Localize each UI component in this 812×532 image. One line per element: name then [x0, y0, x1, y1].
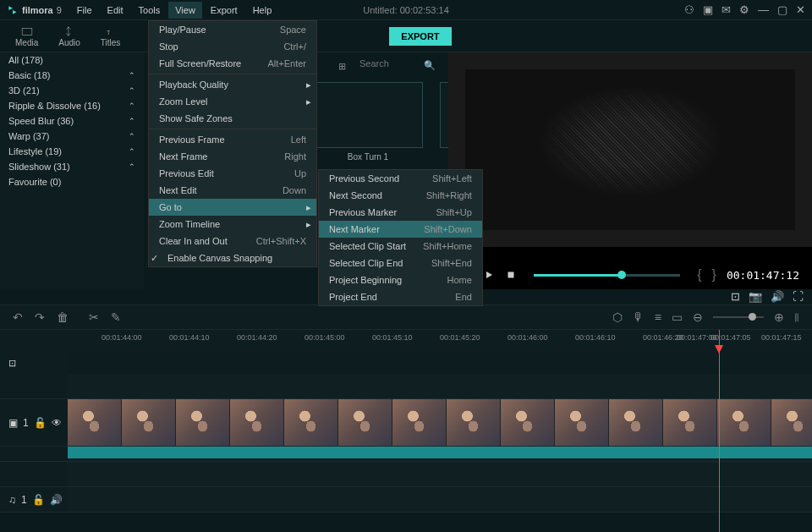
- list-icon[interactable]: ⦀: [794, 310, 799, 325]
- submenu-arrow-icon: ▸: [306, 202, 311, 213]
- main-toolbar: Media Audio TTitles EXPORT: [0, 20, 812, 52]
- sidebar-item-favourite[interactable]: Favourite (0): [0, 174, 144, 189]
- preview-viewport[interactable]: [448, 52, 812, 247]
- sidebar-item-ripple[interactable]: Ripple & Dissolve (16)⌃: [0, 98, 144, 113]
- export-button[interactable]: EXPORT: [389, 27, 451, 46]
- volume-icon[interactable]: 🔊: [771, 290, 784, 303]
- delete-icon[interactable]: 🗑: [57, 310, 69, 324]
- chevron-icon: ⌃: [129, 71, 135, 80]
- save-icon[interactable]: ▣: [703, 3, 713, 16]
- menu-clip-start[interactable]: Selected Clip StartShift+Home: [319, 238, 482, 255]
- menu-prev-edit[interactable]: Previous EditUp: [149, 165, 316, 182]
- mail-icon[interactable]: ✉: [721, 3, 731, 16]
- bracket-open-icon[interactable]: {: [697, 267, 701, 282]
- menu-go-to[interactable]: Go to▸: [149, 199, 316, 216]
- menu-project-begin[interactable]: Project BeginningHome: [319, 271, 482, 288]
- track-spacer: [0, 374, 812, 399]
- mute-icon[interactable]: 🔊: [50, 494, 63, 506]
- fullscreen-icon[interactable]: ⛶: [793, 290, 804, 303]
- search-input[interactable]: [359, 58, 419, 69]
- menu-next-frame[interactable]: Next FrameRight: [149, 148, 316, 165]
- user-icon[interactable]: ⚇: [684, 3, 694, 16]
- menu-prev-marker[interactable]: Previous MarkerShift+Up: [319, 204, 482, 221]
- preview-panel: { } 00:01:47:12 ⊡ 📷 🔊 ⛶: [448, 52, 812, 289]
- undo-icon[interactable]: ↶: [13, 310, 23, 324]
- close-icon[interactable]: ✕: [796, 3, 805, 16]
- chevron-icon: ⌃: [129, 117, 135, 125]
- timeline-ruler[interactable]: 00:01:44:00 00:01:44:10 00:01:44:20 00:0…: [0, 330, 812, 352]
- app-logo: filmora9: [7, 4, 62, 16]
- sidebar-item-3d[interactable]: 3D (21)⌃: [0, 83, 144, 98]
- bracket-close-icon[interactable]: }: [712, 267, 716, 282]
- sidebar-item-slideshow[interactable]: Slideshow (31)⌃: [0, 159, 144, 174]
- sidebar-item-basic[interactable]: Basic (18)⌃: [0, 68, 144, 83]
- minimize-icon[interactable]: —: [758, 3, 769, 16]
- effect-item[interactable]: Box Turn 1: [313, 82, 423, 162]
- search-icon[interactable]: 🔍: [424, 60, 436, 71]
- chevron-icon: ⌃: [129, 147, 135, 156]
- menu-tools[interactable]: Tools: [132, 2, 167, 19]
- menu-stop[interactable]: StopCtrl+/: [149, 38, 316, 55]
- audio-track: ♫1 🔓 🔊: [0, 487, 812, 513]
- menu-next-edit[interactable]: Next EditDown: [149, 182, 316, 199]
- menu-play-pause[interactable]: Play/PauseSpace: [149, 21, 316, 38]
- menu-playback-quality[interactable]: Playback Quality▸: [149, 76, 316, 93]
- video-track-body[interactable]: [68, 399, 812, 446]
- grid-view-icon[interactable]: ⊞: [338, 61, 350, 73]
- tab-media[interactable]: Media: [7, 24, 47, 49]
- tab-titles[interactable]: TTitles: [92, 24, 129, 49]
- play-icon[interactable]: [483, 269, 495, 281]
- menu-view[interactable]: View: [168, 2, 202, 19]
- lock-icon[interactable]: 🔓: [32, 494, 45, 506]
- audio-track-body[interactable]: [68, 487, 812, 512]
- marker-icon[interactable]: ⬡: [612, 310, 623, 324]
- settings-icon[interactable]: ⚙: [739, 3, 749, 16]
- view-menu-dropdown: Play/PauseSpace StopCtrl+/ Full Screen/R…: [148, 20, 317, 267]
- mixer-icon[interactable]: ≡: [655, 310, 661, 324]
- sidebar-item-warp[interactable]: Warp (37)⌃: [0, 129, 144, 144]
- redo-icon[interactable]: ↷: [35, 310, 45, 324]
- menu-prev-second[interactable]: Previous SecondShift+Left: [319, 170, 482, 187]
- maximize-icon[interactable]: ▢: [777, 3, 787, 16]
- render-icon[interactable]: ▭: [672, 310, 683, 324]
- snapshot-icon[interactable]: 📷: [749, 290, 762, 303]
- zoom-slider[interactable]: [713, 316, 764, 318]
- audio-clip[interactable]: [68, 447, 812, 458]
- chevron-icon: ⌃: [129, 101, 135, 110]
- menu-zoom-level[interactable]: Zoom Level▸: [149, 93, 316, 110]
- sidebar-item-all[interactable]: All (178): [0, 52, 144, 68]
- display-icon[interactable]: ⊡: [731, 290, 740, 303]
- menu-canvas-snapping[interactable]: ✓Enable Canvas Snapping: [149, 250, 316, 266]
- menu-next-second[interactable]: Next SecondShift+Right: [319, 187, 482, 204]
- menu-clip-end[interactable]: Selected Clip EndShift+End: [319, 255, 482, 271]
- lock-icon[interactable]: 🔓: [34, 417, 47, 429]
- mic-icon[interactable]: 🎙: [633, 310, 645, 324]
- menu-project-end[interactable]: Project EndEnd: [319, 288, 482, 305]
- sidebar-item-speedblur[interactable]: Speed Blur (36)⌃: [0, 113, 144, 129]
- sidebar-item-lifestyle[interactable]: Lifestyle (19)⌃: [0, 144, 144, 159]
- menu-edit[interactable]: Edit: [101, 2, 130, 19]
- edit-icon[interactable]: ✎: [111, 310, 121, 324]
- menu-export[interactable]: Export: [204, 2, 244, 19]
- visibility-icon[interactable]: 👁: [52, 417, 62, 429]
- category-sidebar: All (178) Basic (18)⌃ 3D (21)⌃ Ripple & …: [0, 52, 144, 289]
- audio-track-icon: ♫: [8, 494, 16, 506]
- menu-fullscreen[interactable]: Full Screen/RestoreAlt+Enter: [149, 55, 316, 72]
- menu-next-marker[interactable]: Next MarkerShift+Down: [319, 221, 482, 238]
- tab-audio[interactable]: Audio: [50, 24, 89, 49]
- zoom-in-icon[interactable]: ⊕: [774, 310, 784, 324]
- menu-file[interactable]: File: [70, 2, 99, 19]
- zoom-out-icon[interactable]: ⊖: [693, 310, 703, 324]
- menu-prev-frame[interactable]: Previous FrameLeft: [149, 131, 316, 148]
- playhead[interactable]: [719, 330, 720, 532]
- chevron-icon: ⌃: [129, 132, 135, 140]
- cut-icon[interactable]: ✂: [89, 310, 99, 324]
- menu-safe-zones[interactable]: Show Safe Zones: [149, 110, 316, 127]
- menu-help[interactable]: Help: [246, 2, 279, 19]
- manage-tracks-icon[interactable]: ⊡: [8, 358, 16, 369]
- window-controls: ⚇ ▣ ✉ ⚙ — ▢ ✕: [684, 3, 805, 16]
- menubar: File Edit Tools View Export Help: [70, 2, 278, 19]
- stop-icon[interactable]: [505, 269, 517, 281]
- preview-progress[interactable]: [534, 274, 680, 277]
- menu-zoom-timeline[interactable]: Zoom Timeline▸: [149, 216, 316, 233]
